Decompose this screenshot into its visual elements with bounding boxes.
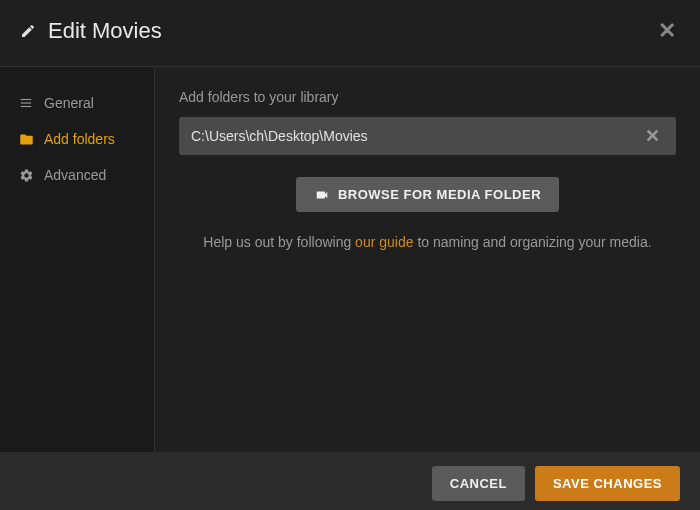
svg-rect-0 bbox=[21, 99, 32, 100]
sidebar-item-label: General bbox=[44, 95, 94, 111]
browse-row: BROWSE FOR MEDIA FOLDER bbox=[179, 177, 676, 212]
content-panel: Add folders to your library C:\Users\ch\… bbox=[155, 67, 700, 452]
camera-icon bbox=[314, 188, 330, 202]
help-link[interactable]: our guide bbox=[355, 234, 413, 250]
dialog-header: Edit Movies ✕ bbox=[0, 0, 700, 67]
sidebar-item-label: Add folders bbox=[44, 131, 115, 147]
section-label: Add folders to your library bbox=[179, 89, 676, 105]
help-suffix: to naming and organizing your media. bbox=[414, 234, 652, 250]
save-button[interactable]: SAVE CHANGES bbox=[535, 466, 680, 501]
sidebar: General Add folders Advanced bbox=[0, 67, 155, 452]
browse-button[interactable]: BROWSE FOR MEDIA FOLDER bbox=[296, 177, 559, 212]
folder-icon bbox=[18, 132, 34, 147]
sidebar-item-label: Advanced bbox=[44, 167, 106, 183]
svg-rect-2 bbox=[21, 106, 32, 107]
dialog-body: General Add folders Advanced Add folders… bbox=[0, 67, 700, 452]
header-left: Edit Movies bbox=[20, 18, 162, 44]
dialog-footer: CANCEL SAVE CHANGES bbox=[0, 452, 700, 510]
browse-label: BROWSE FOR MEDIA FOLDER bbox=[338, 187, 541, 202]
pencil-icon bbox=[20, 22, 36, 40]
folder-path: C:\Users\ch\Desktop\Movies bbox=[191, 128, 641, 144]
close-icon[interactable]: ✕ bbox=[654, 14, 680, 48]
menu-icon bbox=[18, 96, 34, 110]
folder-row: C:\Users\ch\Desktop\Movies ✕ bbox=[179, 117, 676, 155]
remove-folder-icon[interactable]: ✕ bbox=[641, 125, 664, 147]
gear-icon bbox=[18, 168, 34, 183]
help-text: Help us out by following our guide to na… bbox=[179, 234, 676, 250]
svg-rect-1 bbox=[21, 102, 32, 103]
sidebar-item-advanced[interactable]: Advanced bbox=[0, 157, 154, 193]
sidebar-item-add-folders[interactable]: Add folders bbox=[0, 121, 154, 157]
dialog-title: Edit Movies bbox=[48, 18, 162, 44]
cancel-button[interactable]: CANCEL bbox=[432, 466, 525, 501]
help-prefix: Help us out by following bbox=[203, 234, 355, 250]
sidebar-item-general[interactable]: General bbox=[0, 85, 154, 121]
